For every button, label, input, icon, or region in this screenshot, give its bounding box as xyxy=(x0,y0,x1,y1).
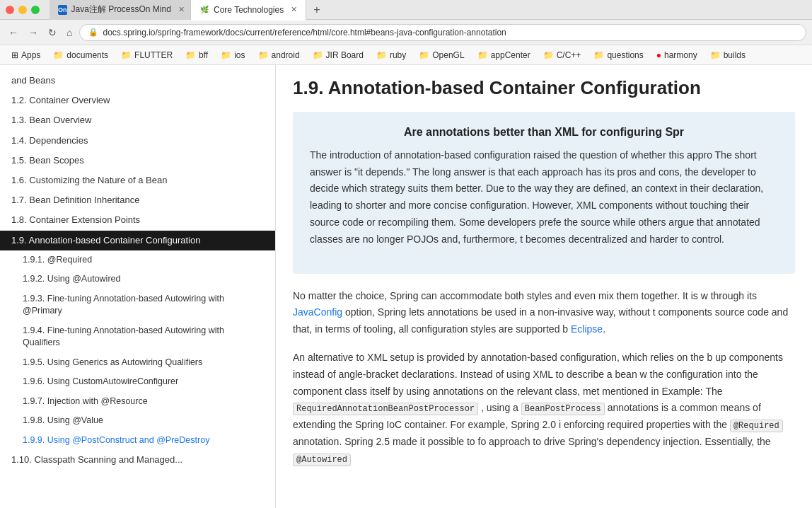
callout-body: The introduction of annotation-based con… xyxy=(310,147,778,248)
tabs-bar: On Java注解 ProcessOn Mind ✕ 🌿 Core Techno… xyxy=(50,0,806,20)
bookmark-bff[interactable]: 📁 bff xyxy=(180,49,214,62)
forward-button[interactable]: → xyxy=(25,25,41,40)
cplusplus-folder-icon: 📁 xyxy=(543,50,554,60)
bookmark-ruby[interactable]: 📁 ruby xyxy=(371,49,412,62)
sidebar-item-1-9-2[interactable]: 1.9.2. Using @Autowired xyxy=(0,270,275,289)
doc-title: 1.9. Annotation-based Container Configur… xyxy=(293,76,795,100)
bookmark-questions[interactable]: 📁 questions xyxy=(588,49,649,62)
titlebar: On Java注解 ProcessOn Mind ✕ 🌿 Core Techno… xyxy=(0,0,812,20)
sidebar-item-1-6-label: 1.6. Customizing the Nature of a Bean xyxy=(11,175,167,185)
bookmark-harmony[interactable]: ● harmony xyxy=(651,49,703,62)
questions-label: questions xyxy=(607,50,643,60)
flutter-label: FLUTTER xyxy=(134,50,173,60)
callout-box: Are annotations better than XML for conf… xyxy=(293,112,795,274)
tab-java-annotation[interactable]: On Java注解 ProcessOn Mind ✕ xyxy=(50,0,191,20)
ruby-label: ruby xyxy=(390,50,406,60)
tab2-label: Core Technologies xyxy=(214,5,284,15)
traffic-lights xyxy=(6,6,40,14)
sidebar-item-1-9-5[interactable]: 1.9.5. Using Generics as Autowiring Qual… xyxy=(0,353,275,373)
bookmark-jir-board[interactable]: 📁 JIR Board xyxy=(307,49,369,62)
sidebar-item-1-10[interactable]: 1.10. Classpath Scanning and Managed... xyxy=(0,450,275,470)
sidebar-item-1-9-5-label: 1.9.5. Using Generics as Autowiring Qual… xyxy=(23,357,202,367)
sidebar-item-1-9-2-label: 1.9.2. Using @Autowired xyxy=(23,274,120,284)
ios-label: ios xyxy=(234,50,245,60)
back-button[interactable]: ← xyxy=(6,25,21,40)
bookmark-android[interactable]: 📁 android xyxy=(253,49,306,62)
tab-core-technologies[interactable]: 🌿 Core Technologies ✕ xyxy=(191,0,306,21)
builds-label: builds xyxy=(724,50,746,60)
sidebar-item-1-9-7-label: 1.9.7. Injection with @Resource xyxy=(23,396,148,406)
url-text: docs.spring.io/spring-framework/docs/cur… xyxy=(103,28,506,37)
questions-folder-icon: 📁 xyxy=(593,50,604,60)
bookmark-cplusplus[interactable]: 📁 C/C++ xyxy=(538,49,587,62)
sidebar-item-1-9-8-label: 1.9.8. Using @Value xyxy=(23,415,103,425)
code3: @Required xyxy=(730,420,783,432)
sidebar-item-1-5-label: 1.5. Bean Scopes xyxy=(11,155,84,166)
android-label: android xyxy=(272,50,300,60)
sidebar-item-1-6[interactable]: 1.6. Customizing the Nature of a Bean xyxy=(0,171,275,190)
maximize-button[interactable] xyxy=(31,6,40,14)
code1: RequiredAnnotationBeanPostProcessor xyxy=(293,403,478,415)
sidebar-item-1-9-6[interactable]: 1.9.6. Using CustomAutowireConfigurer xyxy=(0,372,275,392)
sidebar-item-1-4[interactable]: 1.4. Dependencies xyxy=(0,131,275,151)
bff-folder-icon: 📁 xyxy=(185,50,196,60)
jir-folder-icon: 📁 xyxy=(313,50,323,60)
sidebar-item-1-9-9[interactable]: 1.9.9. Using @PostConstruct and @PreDest… xyxy=(0,431,275,451)
sidebar-item-1-9-3[interactable]: 1.9.3. Fine-tuning Annotation-based Auto… xyxy=(0,289,275,321)
callout-title: Are annotations better than XML for conf… xyxy=(310,126,778,139)
ios-folder-icon: 📁 xyxy=(221,50,231,60)
sidebar-item-1-5[interactable]: 1.5. Bean Scopes xyxy=(0,151,275,171)
minimize-button[interactable] xyxy=(18,6,27,14)
home-button[interactable]: ⌂ xyxy=(64,25,75,40)
appcenter-folder-icon: 📁 xyxy=(477,50,488,60)
doc-area: 1.9. Annotation-based Container Configur… xyxy=(276,65,812,508)
tab1-close[interactable]: ✕ xyxy=(178,5,185,14)
flutter-folder-icon: 📁 xyxy=(121,50,132,60)
sidebar-item-1-9-7[interactable]: 1.9.7. Injection with @Resource xyxy=(0,392,275,412)
apps-label: Apps xyxy=(21,50,40,60)
builds-folder-icon: 📁 xyxy=(710,50,721,60)
eclipse-link[interactable]: Eclipse xyxy=(571,323,603,335)
sidebar-item-1-9-label: 1.9. Annotation-based Container Configur… xyxy=(11,235,200,246)
sidebar-item-1-2[interactable]: 1.2. Container Overview xyxy=(0,91,275,110)
tab2-favicon: 🌿 xyxy=(199,5,209,15)
documents-label: documents xyxy=(66,50,108,60)
sidebar-item-1-9-4[interactable]: 1.9.4. Fine-tuning Annotation-based Auto… xyxy=(0,321,275,353)
address-bar[interactable]: 🔒 docs.spring.io/spring-framework/docs/c… xyxy=(79,24,806,41)
bff-label: bff xyxy=(199,50,208,60)
ruby-folder-icon: 📁 xyxy=(376,50,387,60)
bookmark-flutter[interactable]: 📁 FLUTTER xyxy=(115,49,178,62)
bookmark-ios[interactable]: 📁 ios xyxy=(215,49,250,62)
close-button[interactable] xyxy=(6,6,14,14)
tab2-close[interactable]: ✕ xyxy=(291,5,297,14)
sidebar-item-1-8[interactable]: 1.8. Container Extension Points xyxy=(0,210,275,230)
para2: No matter the choice, Spring can accommo… xyxy=(293,288,795,338)
bookmark-documents[interactable]: 📁 documents xyxy=(47,49,114,62)
sidebar-item-and-beans[interactable]: and Beans xyxy=(0,71,275,91)
content-area: and Beans 1.2. Container Overview 1.3. B… xyxy=(0,65,812,508)
opengl-label: OpenGL xyxy=(432,50,464,60)
reload-button[interactable]: ↻ xyxy=(45,25,59,40)
bookmark-opengl[interactable]: 📁 OpenGL xyxy=(413,49,470,62)
code2: BeanPostProcess xyxy=(521,403,605,415)
bookmark-appcenter[interactable]: 📁 appCenter xyxy=(472,49,536,62)
sidebar-item-and-beans-label: and Beans xyxy=(11,75,55,86)
sidebar-item-1-10-label: 1.10. Classpath Scanning and Managed... xyxy=(11,454,182,465)
sidebar-item-1-9-4-label: 1.9.4. Fine-tuning Annotation-based Auto… xyxy=(23,325,224,348)
sidebar-item-1-9-6-label: 1.9.6. Using CustomAutowireConfigurer xyxy=(23,376,178,386)
android-folder-icon: 📁 xyxy=(258,50,269,60)
lock-icon: 🔒 xyxy=(88,28,98,37)
bookmark-apps[interactable]: ⊞ Apps xyxy=(6,49,46,62)
sidebar-item-1-9-1[interactable]: 1.9.1. @Required xyxy=(0,250,275,270)
sidebar-item-1-7[interactable]: 1.7. Bean Definition Inheritance xyxy=(0,190,275,210)
sidebar-item-1-3[interactable]: 1.3. Bean Overview xyxy=(0,110,275,130)
new-tab-button[interactable]: + xyxy=(306,0,327,20)
javaconfig-link[interactable]: JavaConfig xyxy=(293,306,342,318)
sidebar-item-1-9[interactable]: 1.9. Annotation-based Container Configur… xyxy=(0,231,275,250)
para3: An alternative to XML setup is provided … xyxy=(293,350,795,468)
bookmark-builds[interactable]: 📁 builds xyxy=(704,49,751,62)
sidebar-item-1-4-label: 1.4. Dependencies xyxy=(11,135,88,146)
sidebar-item-1-8-label: 1.8. Container Extension Points xyxy=(11,214,140,225)
apps-icon: ⊞ xyxy=(11,50,18,60)
sidebar-item-1-9-8[interactable]: 1.9.8. Using @Value xyxy=(0,411,275,431)
